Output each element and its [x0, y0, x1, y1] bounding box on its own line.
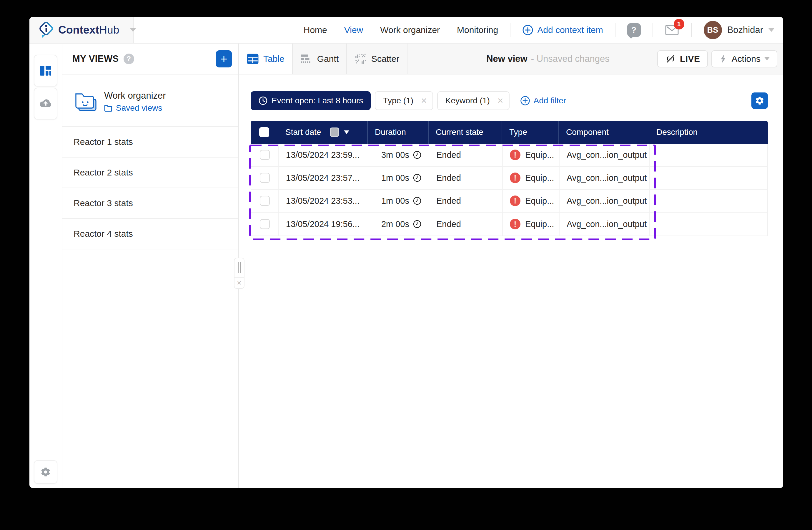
clock-icon: [413, 173, 422, 182]
collapse-sidebar-icon[interactable]: ✕: [234, 278, 244, 288]
gear-icon: [40, 467, 51, 477]
cell-current-state: Ended: [429, 167, 503, 189]
remove-filter-icon[interactable]: ✕: [421, 96, 427, 106]
clock-icon: [258, 96, 268, 106]
clock-icon: [413, 220, 422, 228]
list-item[interactable]: Reactor 3 stats: [62, 188, 238, 219]
main-nav: Home View Work organizer Monitoring: [304, 25, 498, 35]
lightning-bolt-icon: [719, 54, 728, 64]
time-filter-pill[interactable]: Event open: Last 8 hours: [251, 91, 371, 110]
table-row[interactable]: 13/05/2024 23:53... 1m 00s Ended !Equip.…: [251, 190, 767, 213]
row-checkbox[interactable]: [260, 219, 270, 229]
remove-filter-icon[interactable]: ✕: [497, 96, 504, 106]
workspace-title: Work organizer: [104, 90, 166, 101]
avatar: BS: [704, 21, 722, 39]
list-item[interactable]: Reactor 2 stats: [62, 157, 238, 188]
user-chevron-down-icon: [768, 28, 774, 32]
cell-start-date: 13/05/2024 23:59...: [279, 144, 368, 166]
col-description[interactable]: Description: [649, 121, 768, 144]
notifications-button[interactable]: 1: [665, 24, 680, 37]
plus-circle-icon: [522, 25, 533, 36]
cell-description: [650, 167, 767, 189]
table-row[interactable]: 13/05/2024 23:57... 1m 00s Ended !Equip.…: [251, 167, 767, 190]
views-panel-button[interactable]: [34, 55, 57, 86]
folder-icon: [104, 104, 112, 112]
type-filter-chip[interactable]: Type (1) ✕: [375, 91, 433, 110]
cell-component: Avg_con...ion_output: [560, 213, 650, 236]
alert-icon: !: [510, 150, 520, 160]
col-component[interactable]: Component: [559, 121, 649, 144]
events-table: Start date Duration Current state Type C…: [251, 121, 768, 236]
nav-work-organizer[interactable]: Work organizer: [380, 25, 440, 35]
top-navigation-bar: ContextHub Home View Work organizer Moni…: [29, 17, 783, 44]
cell-start-date: 13/05/2024 23:57...: [279, 167, 368, 189]
row-checkbox[interactable]: [260, 173, 270, 183]
cell-type: !Equip...: [503, 213, 560, 236]
sidebar-help-icon[interactable]: ?: [124, 54, 134, 64]
tab-scatter[interactable]: Scatter: [347, 44, 407, 74]
help-icon[interactable]: ?: [627, 23, 641, 37]
view-content: Event open: Last 8 hours Type (1) ✕ Keyw…: [239, 74, 783, 488]
upload-panel-button[interactable]: [34, 88, 57, 120]
nav-view[interactable]: View: [344, 25, 363, 35]
list-item[interactable]: Reactor 4 stats: [62, 219, 238, 249]
row-checkbox[interactable]: [260, 150, 270, 160]
col-current-state[interactable]: Current state: [429, 121, 502, 144]
divider: [691, 23, 692, 37]
col-start-date[interactable]: Start date: [278, 121, 368, 144]
list-item[interactable]: Reactor 1 stats: [62, 127, 238, 157]
live-toggle-button[interactable]: LIVE: [657, 50, 708, 67]
table-row[interactable]: 13/05/2024 19:56... 2m 00s Ended !Equip.…: [251, 213, 767, 236]
divider: [510, 23, 510, 37]
add-context-item-button[interactable]: Add context item: [522, 25, 603, 36]
screenshot-frame: ContextHub Home View Work organizer Moni…: [0, 0, 812, 530]
sidebar-header: MY VIEWS ? +: [62, 44, 238, 74]
actions-chevron-down-icon: [764, 57, 770, 60]
col-type[interactable]: Type: [502, 121, 559, 144]
cell-type: !Equip...: [503, 190, 560, 212]
table-header-row: Start date Duration Current state Type C…: [251, 121, 768, 144]
scatter-icon: [354, 53, 367, 65]
clock-icon: [413, 196, 422, 205]
tab-table[interactable]: Table: [239, 44, 293, 74]
tab-gantt[interactable]: Gantt: [293, 44, 347, 74]
column-drag-chip-icon[interactable]: [330, 127, 339, 137]
sort-desc-icon[interactable]: [344, 130, 349, 134]
cell-start-date: 13/05/2024 23:53...: [279, 190, 368, 212]
cell-type: !Equip...: [503, 167, 560, 189]
notification-badge: 1: [674, 19, 684, 29]
settings-button[interactable]: [34, 460, 57, 484]
nav-monitoring[interactable]: Monitoring: [457, 25, 498, 35]
table-icon: [247, 53, 259, 65]
table-row[interactable]: 13/05/2024 23:59... 3m 00s Ended !Equip.…: [251, 144, 767, 167]
workspace-group[interactable]: Work organizer Saved views: [62, 74, 238, 113]
sidebar-title: MY VIEWS: [72, 54, 119, 64]
user-name: Bozhidar: [727, 25, 763, 35]
actions-menu-button[interactable]: Actions: [711, 50, 777, 67]
row-checkbox[interactable]: [260, 196, 270, 206]
add-view-button[interactable]: +: [216, 50, 232, 67]
sidebar-resize-handle[interactable]: ✕: [234, 257, 245, 289]
nav-home[interactable]: Home: [304, 25, 327, 35]
table-settings-button[interactable]: [751, 93, 768, 109]
cell-type: !Equip...: [503, 144, 560, 166]
user-menu[interactable]: BS Bozhidar: [704, 21, 774, 39]
brand-logo-block[interactable]: ContextHub: [29, 17, 134, 43]
drag-grip-icon[interactable]: [234, 258, 244, 278]
view-title: New view - Unsaved changes: [486, 44, 610, 74]
cell-description: [650, 213, 767, 236]
saved-views-link[interactable]: Saved views: [104, 103, 166, 113]
cell-duration: 1m 00s: [368, 190, 429, 212]
brand-chevron-down-icon[interactable]: [130, 28, 136, 32]
keyword-filter-chip[interactable]: Keyword (1) ✕: [437, 91, 510, 110]
cell-current-state: Ended: [429, 213, 503, 236]
cell-current-state: Ended: [429, 190, 503, 212]
saved-views-list: Reactor 1 stats Reactor 2 stats Reactor …: [62, 126, 238, 249]
main-panel: Table Gantt: [239, 44, 783, 488]
folder-smiley-icon: [73, 90, 98, 113]
add-filter-button[interactable]: Add filter: [520, 96, 566, 106]
col-duration[interactable]: Duration: [368, 121, 429, 144]
filter-bar: Event open: Last 8 hours Type (1) ✕ Keyw…: [251, 91, 768, 110]
select-all-checkbox[interactable]: [259, 127, 269, 137]
view-name: New view: [486, 54, 527, 64]
